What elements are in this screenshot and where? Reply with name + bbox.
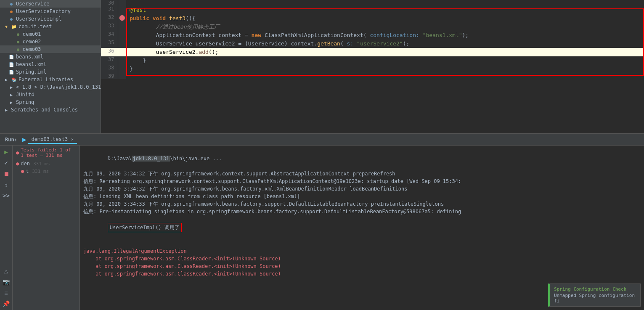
line-code: ApplicationContext context = new ClassPa…: [126, 31, 644, 40]
test-item-label: den: [21, 161, 30, 167]
line-gutter: [118, 31, 126, 40]
param-token: configLocation:: [370, 32, 419, 38]
line-code: }: [126, 65, 644, 73]
param-token: s:: [347, 40, 354, 47]
sidebar-item-com-it-test[interactable]: ▼ 📁 com.it.test: [0, 23, 101, 30]
line-number: 37: [101, 56, 118, 65]
string-token: "userService2": [357, 40, 403, 47]
line-code: }: [126, 56, 644, 65]
sidebar-item-beans1xml[interactable]: 📄 beans1.xml: [0, 61, 101, 68]
line-code: [126, 0, 644, 6]
run-test-tree: ● Tests failed: 1 of 1 test – 331 ms ● d…: [13, 146, 80, 310]
line-number: 36: [101, 48, 118, 56]
xml-icon: 📄: [8, 54, 14, 60]
code-line-37: 37 }: [101, 56, 644, 65]
spring-notification-title: Spring Configuration Check: [554, 286, 636, 292]
class-icon: ●: [15, 31, 21, 37]
keyword-token: public: [130, 15, 149, 21]
type-token: UserService: [248, 40, 284, 47]
fail-icon: ●: [21, 168, 24, 174]
run-tab-demo03[interactable]: demo03.test3 ×: [28, 135, 77, 144]
line-gutter: [118, 23, 126, 31]
console-line: D:\Java\jdk1.8.0_131\bin\java.exe ...: [83, 147, 641, 170]
sidebar-item-label: External Libraries: [19, 77, 73, 82]
folder-icon: ▶: [8, 92, 14, 98]
sidebar-item-jdk[interactable]: ▶ < 1.8 > D:\Java\jdk1.8.0_131: [0, 83, 101, 91]
class-icon: ●: [8, 16, 14, 22]
library-icon: 📚: [11, 77, 17, 82]
run-tab-bar: Run: ▶ demo03.test3 ×: [0, 134, 644, 146]
sidebar-item-beansxml[interactable]: 📄 beans.xml: [0, 53, 101, 61]
test-item-label: t: [26, 168, 29, 174]
line-code: userService2.add();: [126, 48, 644, 56]
annotation-token: @Test: [130, 7, 146, 13]
sidebar-item-demo02[interactable]: ● demo02: [0, 38, 101, 45]
console-path-suffix: \bin\java.exe ...: [170, 156, 222, 162]
line-number: 33: [101, 23, 118, 31]
method-token: test3: [169, 15, 186, 21]
red-box-output: UserServiceImpl() 调用了: [108, 223, 182, 232]
code-line-35: 35 UserService userService2 = (UserServi…: [101, 40, 644, 48]
line-gutter: [118, 0, 126, 6]
line-gutter: [118, 56, 126, 65]
run-button[interactable]: ▶: [2, 147, 11, 156]
sidebar-item-external-libraries[interactable]: ▶ 📚 External Libraries: [0, 76, 101, 83]
run-label: Run:: [2, 137, 21, 143]
code-line-32: 32 ⬤ public void test3(){: [101, 14, 644, 23]
sidebar-item-userservicefactory[interactable]: ● UserServiceFactory: [0, 8, 101, 15]
left-panel-icon[interactable]: ⚠: [2, 266, 11, 276]
type-token: ClassPathXmlApplicationContext: [265, 32, 363, 38]
class-icon: ●: [15, 46, 21, 52]
console-line: 信息: Refreshing org.springframework.conte…: [83, 178, 641, 185]
test-time: 331 ms: [32, 169, 49, 174]
line-gutter: ⬤: [118, 14, 126, 23]
console-line: 九月 09, 2020 3:34:32 下午 org.springframewo…: [83, 185, 641, 193]
sidebar-item-springiml[interactable]: 📄 Spring.iml: [0, 68, 101, 76]
sidebar-item-label: demo01: [23, 31, 41, 37]
camera-icon[interactable]: 📷: [2, 277, 11, 286]
console-line-red-box: UserServiceImpl() 调用了: [83, 215, 641, 240]
sidebar-item-demo03[interactable]: ● demo03: [0, 45, 101, 53]
sidebar-item-junit4[interactable]: ▶ JUnit4: [0, 91, 101, 98]
sidebar-item-label: UserService: [16, 1, 49, 7]
forward-button[interactable]: >>: [2, 191, 11, 200]
sidebar-item-label: com.it.test: [19, 24, 52, 29]
sidebar-item-scratches[interactable]: ▶ Scratches and Consoles: [0, 106, 101, 114]
sidebar-item-label: < 1.8 > D:\Java\jdk1.8.0_131: [16, 84, 101, 90]
line-code: @Test: [126, 6, 644, 14]
class-icon: ●: [15, 39, 21, 45]
method-token: getBean: [317, 40, 340, 47]
sidebar-item-label: demo03: [23, 46, 41, 52]
run-tab-label: demo03.test3: [32, 136, 68, 142]
sidebar-item-userserviceimpl[interactable]: ● UserServiceImpl: [0, 15, 101, 23]
list-icon[interactable]: ≡: [2, 288, 11, 297]
fail-icon: ●: [16, 161, 19, 167]
test-item-den[interactable]: ● den 331 ms: [13, 160, 80, 167]
sidebar-item-userservice[interactable]: ● UserService: [0, 0, 101, 8]
check-button[interactable]: ✓: [2, 158, 11, 167]
code-editor: 30 31 @Test 32 ⬤ public void test3(){: [101, 0, 644, 133]
spring-notification-text: Unmapped Spring configuration fi: [554, 293, 636, 304]
code-line-33: 33 //通过bean使用静态工厂: [101, 23, 644, 31]
type-token: UserService: [156, 40, 192, 47]
code-line-34: 34 ApplicationContext context = new Clas…: [101, 31, 644, 40]
sidebar-item-spring[interactable]: ▶ Spring: [0, 98, 101, 106]
console-path-highlight: jdk1.8.0_131: [132, 156, 170, 162]
class-icon: ●: [8, 8, 14, 14]
run-icon: ▶: [22, 135, 27, 143]
folder-icon: ▶: [3, 107, 9, 113]
line-number: 38: [101, 65, 118, 73]
sidebar-item-demo01[interactable]: ● demo01: [0, 30, 101, 38]
test-item-t[interactable]: ● t 331 ms: [13, 167, 80, 175]
test-status-bar: ● Tests failed: 1 of 1 test – 331 ms: [13, 146, 80, 160]
console-line: 九月 09, 2020 3:34:32 下午 org.springframewo…: [83, 170, 641, 178]
close-icon[interactable]: ×: [71, 137, 74, 142]
fail-icon: ●: [16, 150, 19, 156]
package-icon: 📁: [11, 24, 17, 29]
comment-token: //通过bean使用静态工厂: [130, 24, 220, 30]
spring-notification[interactable]: Spring Configuration Check Unmapped Spri…: [548, 284, 641, 307]
stop-button[interactable]: ⏹: [2, 169, 11, 178]
sidebar-item-label: demo02: [23, 39, 41, 45]
sort-button[interactable]: ↕: [2, 180, 11, 189]
pin-icon[interactable]: 📌: [2, 299, 11, 308]
